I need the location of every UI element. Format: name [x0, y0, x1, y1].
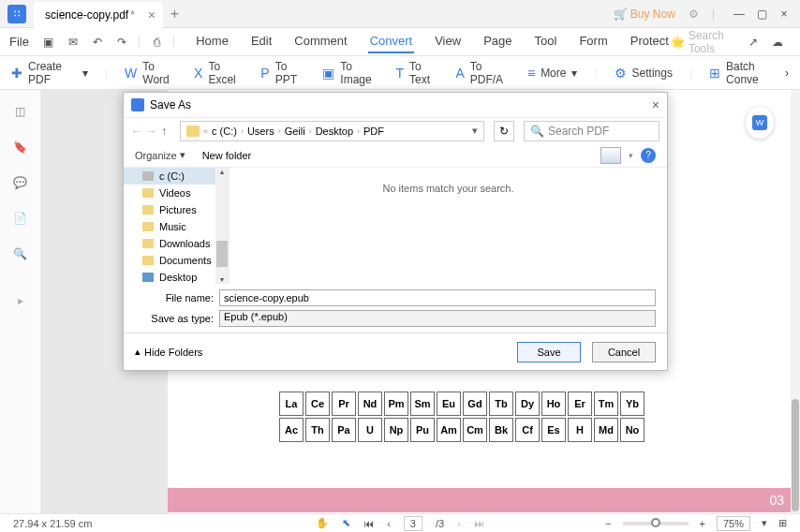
more-button[interactable]: ≡More ▾: [527, 66, 578, 81]
refresh-button[interactable]: ↻: [494, 121, 514, 141]
menu-view[interactable]: View: [433, 30, 463, 53]
minimize-button[interactable]: —: [728, 3, 750, 25]
cloud-icon[interactable]: ☁: [771, 34, 784, 51]
attachments-icon[interactable]: 📄: [13, 212, 27, 225]
nav-forward-icon[interactable]: →: [146, 125, 157, 138]
thumbnails-icon[interactable]: ◫: [15, 105, 25, 118]
save-type-select[interactable]: Epub (*.epub): [219, 310, 656, 327]
element-U: U: [358, 418, 382, 442]
element-Bk: Bk: [489, 418, 513, 442]
element-Pr: Pr: [332, 392, 356, 416]
organize-button[interactable]: Organize ▾: [135, 149, 185, 161]
next-page-icon[interactable]: ›: [457, 518, 461, 529]
undo-icon[interactable]: ↶: [89, 34, 106, 51]
element-Np: Np: [384, 418, 408, 442]
settings-button[interactable]: ⚙Settings: [615, 66, 673, 81]
element-H: H: [568, 418, 592, 442]
menu-page[interactable]: Page: [481, 30, 513, 53]
to-ppt-button[interactable]: PTo PPT: [260, 60, 305, 86]
element-Cm: Cm: [463, 418, 487, 442]
comments-icon[interactable]: 💬: [13, 176, 27, 189]
to-pdfa-button[interactable]: ATo PDF/A: [455, 60, 511, 86]
zoom-in-icon[interactable]: +: [700, 518, 705, 529]
to-image-button[interactable]: ▣To Image: [322, 60, 378, 86]
title-bar: ∷ science-copy.pdf * × + 🛒 Buy Now ⚙ | —…: [0, 0, 800, 28]
menu-comment[interactable]: Comment: [292, 30, 348, 53]
nav-up-icon[interactable]: ↑: [161, 125, 167, 138]
document-tab[interactable]: science-copy.pdf * ×: [34, 2, 163, 28]
tree-scrollbar[interactable]: ▴▾: [215, 168, 229, 284]
maximize-button[interactable]: ▢: [750, 3, 773, 25]
menu-tool[interactable]: Tool: [533, 30, 559, 53]
print-icon[interactable]: ⎙: [148, 34, 165, 51]
menu-items: HomeEditCommentConvertViewPageToolFormPr…: [194, 30, 671, 53]
view-mode-button[interactable]: [600, 147, 621, 164]
prev-page-icon[interactable]: ‹: [387, 518, 391, 529]
breadcrumb[interactable]: « c (C:)› Users› Geili› Desktop› PDF ▾: [180, 121, 484, 141]
save-button[interactable]: Save: [517, 342, 581, 362]
help-icon[interactable]: ⋮: [795, 34, 800, 51]
first-page-icon[interactable]: ⏮: [363, 518, 374, 529]
menu-home[interactable]: Home: [194, 30, 230, 53]
element-Nd: Nd: [358, 392, 382, 416]
nav-back-icon[interactable]: ←: [131, 125, 142, 138]
search-tools[interactable]: 🌟 Search Tools: [671, 29, 735, 55]
tree-item-cc[interactable]: c (C:): [124, 168, 229, 185]
save-icon[interactable]: ▣: [40, 34, 57, 51]
batch-button[interactable]: ⊞Batch Conve ›: [709, 60, 789, 86]
bookmarks-icon[interactable]: 🔖: [13, 140, 27, 154]
folder-tree: c (C:)VideosPicturesMusicDownloadsDocume…: [124, 168, 230, 284]
buy-now-link[interactable]: 🛒 Buy Now: [614, 7, 675, 21]
tab-close-icon[interactable]: ×: [148, 7, 156, 22]
close-button[interactable]: ×: [773, 3, 795, 25]
fit-page-icon[interactable]: ⊞: [778, 517, 787, 529]
element-Ac: Ac: [279, 418, 304, 442]
hide-folders-button[interactable]: ▴ Hide Folders: [135, 346, 202, 358]
menu-file[interactable]: File: [7, 31, 31, 52]
zoom-slider[interactable]: [623, 522, 689, 525]
menu-convert[interactable]: Convert: [368, 30, 415, 53]
cancel-button[interactable]: Cancel: [592, 342, 656, 362]
search-icon[interactable]: 🔍: [13, 247, 27, 260]
page-input[interactable]: 3: [404, 516, 422, 531]
zoom-value[interactable]: 75%: [717, 516, 750, 531]
dialog-close-icon[interactable]: ×: [652, 97, 659, 112]
file-name-input[interactable]: [219, 289, 656, 306]
mail-icon[interactable]: ✉: [65, 34, 81, 51]
menu-edit[interactable]: Edit: [249, 30, 274, 53]
tree-item-desktop[interactable]: Desktop: [124, 269, 229, 284]
element-Pu: Pu: [410, 418, 435, 442]
status-bar: 27.94 x 21.59 cm ✋ ⬉ ⏮ ‹ 3/3 › ⏭ − + 75%…: [0, 513, 800, 532]
app-icon: ∷: [7, 5, 26, 23]
tree-item-documents[interactable]: Documents: [124, 252, 229, 269]
user-icon[interactable]: ⚙: [689, 7, 699, 21]
menu-form[interactable]: Form: [577, 30, 609, 53]
hand-tool-icon[interactable]: ✋: [316, 517, 329, 529]
tree-item-pictures[interactable]: Pictures: [124, 201, 229, 218]
create-pdf-button[interactable]: ✚Create PDF ▾: [11, 60, 88, 86]
floating-tool-icon[interactable]: W: [746, 107, 774, 139]
help-button[interactable]: ?: [641, 148, 656, 163]
to-word-button[interactable]: WTo Word: [125, 60, 177, 86]
dialog-app-icon: [131, 98, 144, 111]
share-icon[interactable]: ↗: [747, 34, 760, 51]
search-folder-input[interactable]: 🔍 Search PDF: [524, 121, 659, 141]
tree-item-videos[interactable]: Videos: [124, 185, 229, 201]
element-Th: Th: [305, 418, 330, 442]
select-tool-icon[interactable]: ⬉: [342, 517, 350, 529]
sidebar-collapse-icon[interactable]: ▸: [18, 294, 23, 307]
file-list: No items match your search.: [230, 168, 667, 284]
to-excel-button[interactable]: XTo Excel: [194, 60, 244, 86]
element-Tb: Tb: [489, 392, 513, 416]
new-folder-button[interactable]: New folder: [202, 150, 252, 161]
scrollbar-vertical[interactable]: [791, 90, 800, 513]
redo-icon[interactable]: ↷: [113, 34, 130, 51]
zoom-out-icon[interactable]: −: [605, 518, 611, 529]
menu-protect[interactable]: Protect: [629, 30, 671, 53]
last-page-icon[interactable]: ⏭: [474, 518, 484, 529]
tree-item-music[interactable]: Music: [124, 218, 229, 235]
tab-add-icon[interactable]: +: [170, 6, 179, 22]
tree-item-downloads[interactable]: Downloads: [124, 235, 229, 252]
to-text-button[interactable]: TTo Text: [395, 60, 438, 86]
element-Dy: Dy: [515, 392, 540, 416]
